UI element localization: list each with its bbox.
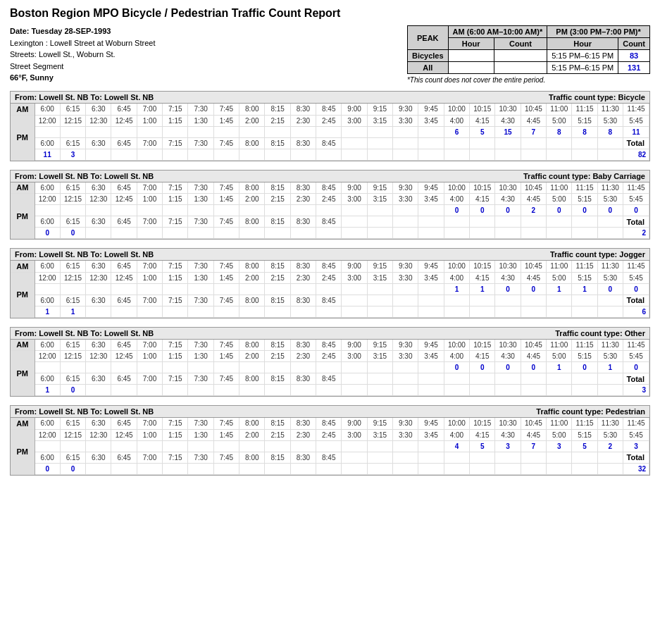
pm-time-cell: 5:30 [597,429,623,440]
pm-time-cell: 12:30 [86,194,111,205]
am-time-cell: 7:45 [213,182,239,194]
pm-time2-cell: 8:30 [290,295,316,306]
pm-count-bicycles: 83 [618,50,650,62]
pm-time-cell: 4:45 [521,272,546,283]
pm-time-cell: 1:30 [188,429,213,440]
pm-time-cell: 5:30 [597,194,623,205]
am-time-cell: 8:45 [316,104,342,115]
pm-count2-cell [188,149,213,160]
pm-time-cell: 3:15 [367,429,392,440]
pm-time-cell: 12:30 [86,351,111,362]
pm-time-cell: 5:45 [623,429,649,440]
am-time-cell: 8:45 [316,261,342,272]
pm-count-cell [35,283,60,295]
pm-label: PM [11,115,35,160]
am-time-cell: 7:00 [137,340,162,351]
am-time-cell: 11:30 [597,340,623,351]
pm-count2-cell [137,385,162,396]
pm-count-cell [342,205,367,216]
pm-count-cell: 1 [547,283,572,295]
sections-container: From: Lowell St. NB To: Lowell St. NBTra… [10,91,650,476]
am-time-cell: 10:30 [495,418,521,429]
pm-time-cell: 12:00 [35,272,60,283]
pm-count2-cell [290,463,316,474]
pm-time-cell: 3:15 [367,272,392,283]
pm-time-cell: 3:00 [342,351,367,362]
am-time-cell: 8:30 [290,340,316,351]
pm-count-cell [188,283,213,295]
pm-time2-cell: 7:00 [137,216,162,228]
pm-count-cell [35,205,60,216]
pm-label: PM [11,194,35,239]
pm-time2-cell: 7:45 [213,373,239,385]
pm-count-cell [342,283,367,295]
am-time-cell: 6:45 [111,340,137,351]
pm-count-cell [418,440,444,452]
am-time-cell: 7:15 [163,104,188,115]
pm-count-cell [367,205,392,216]
am-time-cell: 8:30 [290,261,316,272]
pm-count-cell: 15 [495,126,521,137]
am-count-bicycles [494,50,547,62]
pm-time-cell: 3:30 [393,194,418,205]
am-time-cell: 7:45 [213,104,239,115]
peak-label: PEAK [407,26,448,50]
pm-time-cell: 2:15 [265,429,290,440]
pm-count-cell: 6 [444,126,469,137]
am-time-cell: 7:30 [188,261,213,272]
pm-time-cell: 5:00 [547,115,572,126]
am-time-cell: 9:15 [367,261,392,272]
pm-count2-cell [239,228,265,239]
pm-time2-cell: 6:00 [35,452,60,463]
pm-time-cell: 5:45 [623,194,649,205]
pm-time2-cell: 6:45 [111,137,137,149]
pm-time2-cell: 7:45 [213,137,239,149]
pm-label: PM [11,351,35,396]
am-time-cell: 7:30 [188,182,213,194]
am-label: AM [11,418,35,429]
am-time-cell: 7:00 [137,261,162,272]
pm-count-cell: 3 [547,440,572,452]
pm-count2-cell [86,463,111,474]
pm-count-cell: 0 [470,205,495,216]
pm-count-cell: 1 [572,283,597,295]
pm-time-cell: 1:45 [213,115,239,126]
pm-time-cell: 12:15 [60,351,85,362]
pm-time-cell: 4:00 [444,272,469,283]
pm-count-cell: 0 [444,205,469,216]
pm-time-cell: 1:30 [188,272,213,283]
am-hour-bicycles [448,50,494,62]
segment: Street Segment [10,61,155,73]
pm-count-cell: 8 [572,126,597,137]
total-label: Total [623,295,649,306]
pm-count2-cell [163,385,188,396]
pm-count-cell [163,440,188,452]
am-time-cell: 10:30 [495,104,521,115]
pm-time-cell: 3:30 [393,115,418,126]
pm-count2-cell [188,228,213,239]
pm-count2-cell [213,228,239,239]
am-time-cell: 11:30 [597,261,623,272]
pm-time-cell: 3:30 [393,351,418,362]
pm-time2-cell: 6:00 [35,373,60,385]
pm-count-cell: 7 [521,126,546,137]
am-time-cell: 6:00 [35,340,60,351]
pm-time-cell: 3:15 [367,115,392,126]
pm-time2-cell: 6:00 [35,216,60,228]
am-time-cell: 7:30 [188,340,213,351]
pm-count2-cell [137,463,162,474]
pm-count-cell: 0 [444,362,469,373]
pm-time-cell: 5:30 [597,115,623,126]
pm-count-cell: 5 [572,440,597,452]
am-count-all [494,62,547,74]
pm-time-cell: 12:00 [35,351,60,362]
total-label: Total [623,373,649,385]
pm-count-cell [418,126,444,137]
am-time-cell: 10:30 [495,340,521,351]
pm-count-cell [213,362,239,373]
pm-time-cell: 3:00 [342,272,367,283]
pm-time-cell: 5:45 [623,272,649,283]
pm-time2-cell: 6:15 [60,295,85,306]
pm-time-cell: 5:15 [572,351,597,362]
am-time-cell: 7:45 [213,418,239,429]
